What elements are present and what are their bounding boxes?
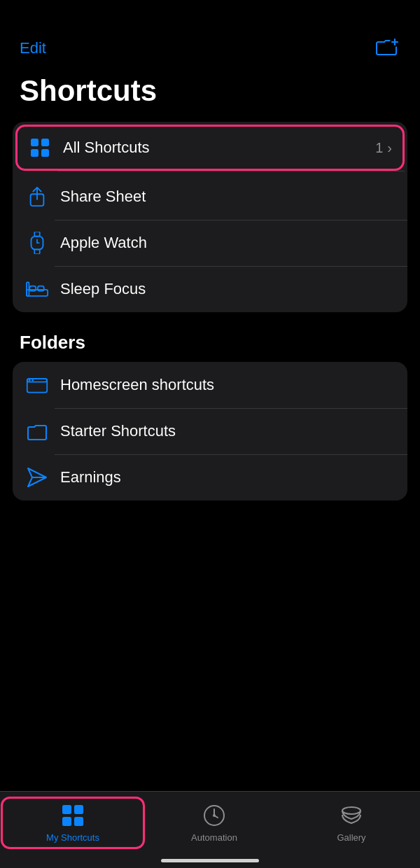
homescreen-shortcuts-item[interactable]: Homescreen shortcuts	[13, 362, 407, 408]
svg-rect-5	[31, 149, 38, 157]
svg-point-20	[29, 379, 31, 382]
my-shortcuts-tab-icon	[60, 803, 85, 828]
svg-rect-3	[31, 139, 38, 146]
svg-rect-24	[62, 805, 71, 814]
svg-rect-26	[62, 817, 71, 826]
tab-bar: My Shortcuts Automation Gallery	[0, 791, 420, 868]
sleep-focus-item[interactable]: Sleep Focus	[13, 266, 407, 312]
folders-section-label: Folders	[0, 329, 420, 362]
homescreen-shortcuts-icon	[25, 373, 49, 397]
automation-tab-label: Automation	[191, 832, 237, 843]
apple-watch-icon	[25, 231, 49, 255]
new-folder-icon[interactable]	[374, 36, 400, 60]
sleep-focus-icon	[25, 277, 49, 301]
svg-rect-11	[34, 249, 40, 254]
svg-rect-10	[34, 232, 40, 237]
share-sheet-icon	[25, 185, 49, 209]
homescreen-shortcuts-label: Homescreen shortcuts	[60, 376, 395, 394]
svg-rect-6	[41, 149, 49, 157]
home-indicator	[161, 859, 259, 862]
gallery-tab-icon	[339, 803, 364, 828]
all-shortcuts-chevron: ›	[387, 140, 392, 156]
main-shortcuts-card: All Shortcuts 1 › Share Sheet Apple Watc…	[13, 122, 407, 312]
starter-shortcuts-icon	[25, 419, 49, 443]
edit-button[interactable]: Edit	[20, 39, 46, 57]
all-shortcuts-item[interactable]: All Shortcuts 1 ›	[15, 125, 405, 171]
starter-shortcuts-item[interactable]: Starter Shortcuts	[13, 408, 407, 454]
page-title: Shortcuts	[0, 69, 420, 122]
all-shortcuts-icon	[28, 136, 52, 160]
tab-gallery[interactable]: Gallery	[283, 800, 420, 846]
tab-my-shortcuts[interactable]: My Shortcuts	[4, 800, 141, 846]
folders-card: Homescreen shortcuts Starter Shortcuts E…	[13, 362, 407, 500]
app-header: Edit	[0, 0, 420, 69]
apple-watch-item[interactable]: Apple Watch	[13, 220, 407, 266]
starter-shortcuts-label: Starter Shortcuts	[60, 422, 395, 440]
svg-rect-4	[41, 139, 49, 146]
all-shortcuts-label: All Shortcuts	[63, 139, 375, 157]
svg-rect-27	[74, 817, 83, 826]
earnings-icon	[25, 465, 49, 489]
gallery-tab-label: Gallery	[337, 832, 365, 843]
svg-point-31	[213, 814, 216, 817]
share-sheet-label: Share Sheet	[60, 188, 395, 206]
svg-rect-25	[74, 805, 83, 814]
my-shortcuts-tab-label: My Shortcuts	[46, 832, 99, 843]
apple-watch-label: Apple Watch	[60, 234, 395, 252]
earnings-item[interactable]: Earnings	[13, 454, 407, 500]
automation-tab-icon	[202, 803, 227, 828]
svg-point-21	[31, 379, 34, 382]
sleep-focus-label: Sleep Focus	[60, 280, 395, 298]
tab-automation[interactable]: Automation	[146, 800, 283, 846]
all-shortcuts-badge: 1	[375, 140, 383, 156]
svg-point-32	[342, 807, 360, 814]
earnings-label: Earnings	[60, 468, 395, 486]
share-sheet-item[interactable]: Share Sheet	[13, 174, 407, 220]
